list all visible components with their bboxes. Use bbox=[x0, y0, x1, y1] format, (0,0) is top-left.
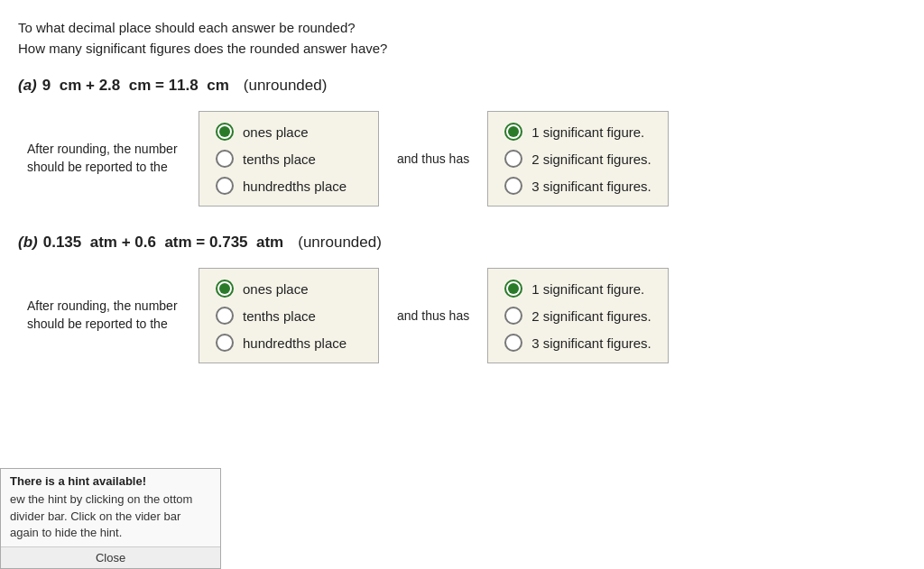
problem-b-place-label-1: tenths place bbox=[243, 308, 316, 324]
problem-a-sigfig-box: 1 significant figure. 2 significant figu… bbox=[487, 111, 669, 206]
problem-a-unrounded: (unrounded) bbox=[244, 77, 328, 95]
hint-close-button[interactable]: Close bbox=[1, 546, 220, 568]
problem-a-sigfig-label-0: 1 significant figure. bbox=[531, 124, 644, 140]
instruction-line2: How many significant figures does the ro… bbox=[18, 39, 897, 60]
problem-b-place-option-1[interactable]: tenths place bbox=[216, 307, 362, 325]
problem-a-place-box: ones place tenths place hundredths place bbox=[199, 111, 379, 206]
hint-body: ew the hint by clicking on the ottom div… bbox=[1, 491, 220, 546]
problem-b-sigfig-radio-inner-0 bbox=[508, 283, 519, 294]
problem-a-prefix-label: After rounding, the number should be rep… bbox=[27, 141, 180, 176]
hint-box: There is a hint available! ew the hint b… bbox=[0, 468, 221, 569]
problem-b-answer-row: After rounding, the number should be rep… bbox=[27, 268, 897, 363]
problem-a-place-radio-2[interactable] bbox=[216, 177, 234, 195]
problem-a-place-label-1: tenths place bbox=[243, 151, 316, 167]
problem-a-sigfig-radio-0[interactable] bbox=[504, 123, 522, 141]
problem-a-sigfig-label-1: 2 significant figures. bbox=[531, 151, 651, 167]
problem-b-sigfig-label-0: 1 significant figure. bbox=[531, 281, 644, 297]
problem-a-place-option-2[interactable]: hundredths place bbox=[216, 177, 362, 195]
problem-b-sigfig-box: 1 significant figure. 2 significant figu… bbox=[487, 268, 669, 363]
problem-b-prefix-label: After rounding, the number should be rep… bbox=[27, 298, 180, 333]
problem-b-place-box: ones place tenths place hundredths place bbox=[199, 268, 379, 363]
problem-b-place-option-0[interactable]: ones place bbox=[216, 280, 362, 298]
main-content: To what decimal place should each answer… bbox=[0, 0, 924, 408]
problem-a-place-label-0: ones place bbox=[243, 124, 309, 140]
problem-b-section: (b) 0.135 atm + 0.6 atm = 0.735 atm (unr… bbox=[18, 234, 897, 363]
problem-a-sigfig-radio-2[interactable] bbox=[504, 177, 522, 195]
problem-b-place-radio-inner-0 bbox=[219, 283, 230, 294]
problem-a-sigfig-radio-1[interactable] bbox=[504, 150, 522, 168]
instructions: To what decimal place should each answer… bbox=[18, 18, 897, 59]
problem-b-connector: and thus has bbox=[397, 308, 469, 323]
problem-b-sigfig-radio-2[interactable] bbox=[504, 334, 522, 352]
problem-a-place-radio-1[interactable] bbox=[216, 150, 234, 168]
problem-b-place-radio-2[interactable] bbox=[216, 334, 234, 352]
problem-b-label: (b) bbox=[18, 234, 38, 252]
problem-b-sigfig-option-1[interactable]: 2 significant figures. bbox=[504, 307, 651, 325]
problem-a-answer-row: After rounding, the number should be rep… bbox=[27, 111, 897, 206]
problem-b-equation: 0.135 atm + 0.6 atm = 0.735 atm bbox=[43, 234, 284, 252]
problem-a-sigfig-option-0[interactable]: 1 significant figure. bbox=[504, 123, 651, 141]
instruction-line1: To what decimal place should each answer… bbox=[18, 18, 897, 39]
problem-b-title: (b) 0.135 atm + 0.6 atm = 0.735 atm (unr… bbox=[18, 234, 897, 252]
problem-a-equation: 9 cm + 2.8 cm = 11.8 cm bbox=[42, 77, 229, 95]
problem-b-place-option-2[interactable]: hundredths place bbox=[216, 334, 362, 352]
problem-a-sigfig-option-1[interactable]: 2 significant figures. bbox=[504, 150, 651, 168]
problem-a-sigfig-radio-inner-0 bbox=[508, 126, 519, 137]
problem-b-sigfig-label-2: 3 significant figures. bbox=[531, 335, 651, 351]
problem-b-sigfig-radio-0[interactable] bbox=[504, 280, 522, 298]
problem-b-place-label-2: hundredths place bbox=[243, 335, 346, 351]
problem-a-label: (a) bbox=[18, 77, 37, 95]
problem-b-place-radio-1[interactable] bbox=[216, 307, 234, 325]
problem-b-sigfig-label-1: 2 significant figures. bbox=[531, 308, 651, 324]
problem-a-place-option-0[interactable]: ones place bbox=[216, 123, 362, 141]
problem-a-place-radio-inner-0 bbox=[219, 126, 230, 137]
problem-b-unrounded: (unrounded) bbox=[298, 234, 382, 252]
problem-a-sigfig-option-2[interactable]: 3 significant figures. bbox=[504, 177, 651, 195]
problem-a-section: (a) 9 cm + 2.8 cm = 11.8 cm (unrounded) … bbox=[18, 77, 897, 206]
problem-a-title: (a) 9 cm + 2.8 cm = 11.8 cm (unrounded) bbox=[18, 77, 897, 95]
problem-a-connector: and thus has bbox=[397, 151, 469, 166]
problem-a-place-label-2: hundredths place bbox=[243, 179, 346, 194]
problem-a-place-option-1[interactable]: tenths place bbox=[216, 150, 362, 168]
problem-b-sigfig-option-0[interactable]: 1 significant figure. bbox=[504, 280, 651, 298]
problem-b-place-label-0: ones place bbox=[243, 281, 309, 297]
problem-a-place-radio-0[interactable] bbox=[216, 123, 234, 141]
problem-b-sigfig-option-2[interactable]: 3 significant figures. bbox=[504, 334, 651, 352]
problem-b-sigfig-radio-1[interactable] bbox=[504, 307, 522, 325]
problem-b-place-radio-0[interactable] bbox=[216, 280, 234, 298]
hint-title: There is a hint available! bbox=[1, 469, 220, 491]
problem-a-sigfig-label-2: 3 significant figures. bbox=[531, 179, 651, 194]
